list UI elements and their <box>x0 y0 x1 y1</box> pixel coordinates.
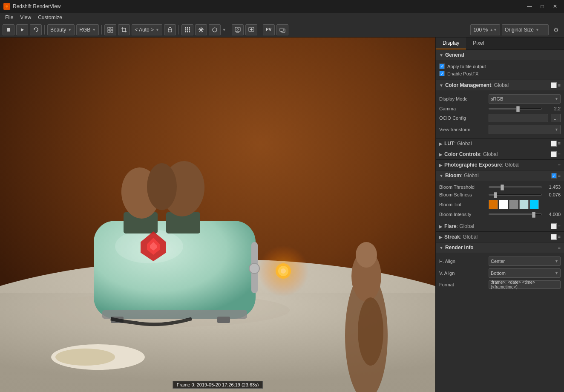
section-photo-exposure[interactable]: ▶ Photographic Exposure: Global ≡ <box>436 160 564 170</box>
svg-rect-11 <box>187 27 188 29</box>
general-toggle: ▼ <box>439 53 443 58</box>
flare-menu[interactable]: ≡ <box>558 223 561 229</box>
lut-swatch[interactable] <box>551 141 557 147</box>
section-color-controls[interactable]: ▶ Color Controls: Global ≡ <box>436 149 564 160</box>
section-color-header[interactable]: ▼ Color Management: Global ≡ <box>436 80 564 90</box>
app-icon <box>3 3 10 10</box>
svg-point-23 <box>213 28 217 32</box>
bloom-title: Bloom: Global <box>445 173 550 179</box>
bloom-enabled-checkbox[interactable]: ✓ <box>551 173 557 179</box>
display-mode-label: Display Mode <box>439 96 486 101</box>
general-title: General <box>445 52 561 58</box>
tint-swatch-4[interactable] <box>519 200 529 209</box>
play-button[interactable] <box>16 24 28 35</box>
svg-rect-45 <box>217 317 230 323</box>
circle-arrow[interactable]: ▼ <box>222 28 226 32</box>
svg-rect-14 <box>187 29 188 30</box>
svg-rect-5 <box>108 27 110 29</box>
asterisk-button[interactable] <box>195 24 207 35</box>
general-body: ✓ Apply to file output ✓ Enable PostFX <box>436 60 564 80</box>
menu-view[interactable]: View <box>17 14 35 21</box>
auto-dropdown[interactable]: < Auto > ▼ <box>132 24 162 35</box>
view-transform-row: View transform ▼ <box>439 124 561 135</box>
lock-button[interactable] <box>164 24 176 35</box>
v-align-select[interactable]: Bottom ▼ <box>489 268 561 278</box>
tint-swatch-5[interactable] <box>529 200 539 209</box>
color-menu-icon[interactable]: ≡ <box>558 83 561 88</box>
lut-title: LUT: Global <box>444 141 549 147</box>
rgb-dropdown[interactable]: RGB ▼ <box>76 24 99 35</box>
color-swatch-icon[interactable] <box>551 82 557 88</box>
render-info-body: H. Align Center ▼ V. Align Bottom ▼ <box>436 253 564 293</box>
svg-rect-18 <box>189 31 190 32</box>
svg-rect-2 <box>7 28 10 32</box>
bloom-menu[interactable]: ≡ <box>558 173 561 178</box>
crop-button[interactable] <box>118 24 130 35</box>
h-align-select[interactable]: Center ▼ <box>489 257 561 266</box>
color-body: Display Mode sRGB ▼ Gamma 2.2 <box>436 90 564 138</box>
add-button[interactable] <box>245 24 257 35</box>
enable-postfx-checkbox[interactable]: ✓ <box>439 71 445 76</box>
bloom-intensity-value: 4.000 <box>544 212 561 217</box>
frame-info: Frame 0: 2019-05-20 17:26:19 (23.63s) <box>173 381 263 389</box>
mosaic-button[interactable] <box>181 24 193 35</box>
tint-swatch-2[interactable] <box>499 200 508 209</box>
section-streak[interactable]: ▶ Streak: Global ≡ <box>436 232 564 242</box>
tint-swatch-1[interactable] <box>489 200 498 209</box>
maximize-button[interactable]: □ <box>537 3 548 10</box>
gamma-label: Gamma <box>439 106 486 111</box>
export-button[interactable] <box>276 24 288 35</box>
flare-swatch[interactable] <box>551 223 557 229</box>
zoom-size-dropdown[interactable]: Original Size ▼ <box>502 24 549 35</box>
pv-button[interactable]: PV <box>263 24 275 35</box>
render-info-header[interactable]: ▼ Render Info ≡ <box>436 242 564 253</box>
beauty-dropdown[interactable]: Beauty ▼ <box>47 24 75 35</box>
section-render-info: ▼ Render Info ≡ H. Align Center ▼ V. Al <box>436 242 564 293</box>
stop-button[interactable] <box>3 24 14 35</box>
tab-pixel[interactable]: Pixel <box>466 37 491 49</box>
zoom-percent-dropdown[interactable]: 100 % ▲▼ <box>470 24 500 35</box>
render-info-toggle: ▼ <box>439 245 443 250</box>
close-button[interactable]: ✕ <box>550 3 561 10</box>
minimize-button[interactable]: — <box>524 3 535 10</box>
streak-swatch[interactable] <box>551 234 557 240</box>
streak-menu[interactable]: ≡ <box>558 234 561 240</box>
ocio-browse-btn[interactable]: ... <box>551 114 561 122</box>
cc-menu[interactable]: ≡ <box>558 151 561 157</box>
section-flare[interactable]: ▶ Flare: Global ≡ <box>436 221 564 232</box>
tint-swatch-3[interactable] <box>509 200 518 209</box>
apply-to-file-checkbox[interactable]: ✓ <box>439 63 445 69</box>
section-general: ▼ General ✓ Apply to file output ✓ Enabl… <box>436 50 564 80</box>
grid-button[interactable] <box>104 24 116 35</box>
tab-display[interactable]: Display <box>436 37 466 49</box>
section-bloom-header[interactable]: ▼ Bloom: Global ✓ ≡ <box>436 170 564 181</box>
bloom-softness-slider[interactable] <box>489 194 542 196</box>
gamma-value: 2.2 <box>544 106 561 111</box>
format-input[interactable]: :frame>: <date> <time> (<frametime>) <box>489 280 561 289</box>
cc-swatch[interactable] <box>551 151 557 157</box>
settings-icon[interactable]: ⚙ <box>550 24 561 35</box>
bloom-intensity-slider[interactable] <box>489 213 542 215</box>
lut-menu[interactable]: ≡ <box>558 141 561 147</box>
svg-point-54 <box>258 245 309 297</box>
render-info-title: Render Info <box>445 245 556 251</box>
gamma-slider[interactable] <box>489 108 542 110</box>
svg-rect-15 <box>189 29 190 30</box>
save-image-button[interactable] <box>232 24 244 35</box>
bloom-softness-value: 0.076 <box>544 192 561 197</box>
photo-menu[interactable]: ≡ <box>558 162 561 167</box>
menu-file[interactable]: File <box>2 14 17 21</box>
menu-customize[interactable]: Customize <box>35 14 66 21</box>
section-lut[interactable]: ▶ LUT: Global ≡ <box>436 138 564 149</box>
display-mode-select[interactable]: sRGB ▼ <box>489 94 561 104</box>
section-general-header[interactable]: ▼ General <box>436 50 564 60</box>
circle-dropdown-btn[interactable] <box>209 24 221 35</box>
bloom-threshold-slider[interactable] <box>489 186 542 188</box>
refresh-button[interactable] <box>30 24 42 35</box>
render-image <box>0 37 435 392</box>
view-transform-select[interactable]: ▼ <box>489 125 561 134</box>
ocio-input[interactable] <box>489 114 548 122</box>
lut-expand-arrow: ▶ <box>439 141 443 146</box>
bloom-softness-label: Bloom Softness <box>439 192 486 197</box>
render-info-menu[interactable]: ≡ <box>558 245 561 250</box>
